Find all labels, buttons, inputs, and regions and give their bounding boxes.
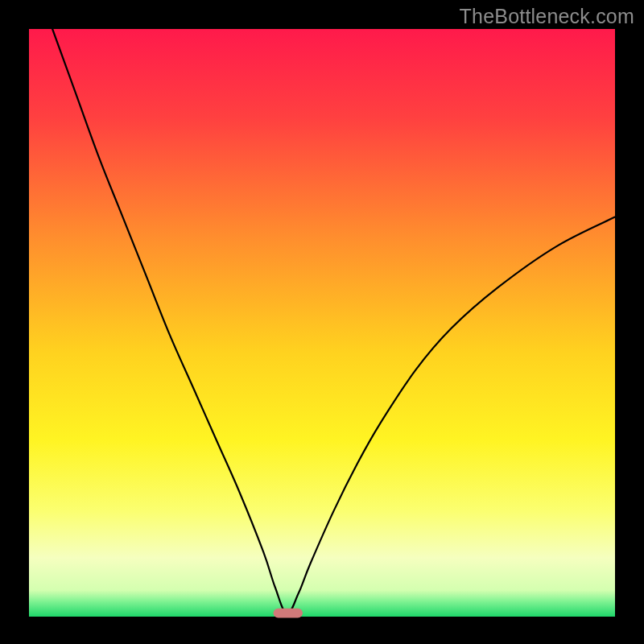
plot-area: [29, 29, 615, 617]
chart-stage: TheBottleneck.com: [0, 0, 644, 644]
watermark-text: TheBottleneck.com: [460, 5, 634, 28]
optimal-marker-icon: [274, 609, 303, 618]
bottleneck-chart: [0, 0, 644, 644]
